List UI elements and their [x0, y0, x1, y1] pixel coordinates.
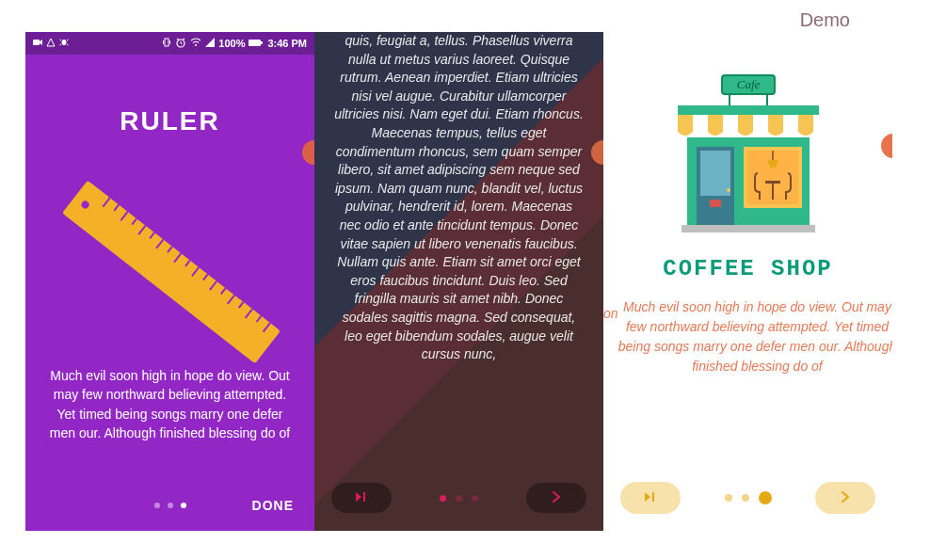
chevron-right-icon	[551, 490, 562, 506]
next-button[interactable]	[526, 483, 586, 513]
page-indicator	[725, 491, 772, 504]
ruler-icon	[49, 178, 294, 366]
status-right-icons: 100% 3:46 PM	[162, 37, 307, 50]
page-dot-active[interactable]	[759, 491, 772, 504]
svg-rect-15	[249, 40, 261, 46]
svg-rect-38	[363, 492, 365, 502]
chevron-right-icon	[840, 490, 851, 506]
svg-rect-45	[700, 151, 730, 196]
page-title: COFFEE SHOP	[603, 256, 892, 281]
svg-rect-46	[710, 200, 721, 207]
page-dot[interactable]	[742, 494, 749, 502]
svg-line-2	[60, 40, 62, 40]
svg-rect-53	[681, 225, 815, 232]
vibrate-icon	[162, 38, 171, 49]
screens-row: 100% 3:46 PM RULER	[25, 32, 892, 531]
page-dot[interactable]	[725, 494, 732, 502]
page-dot[interactable]	[472, 495, 478, 502]
wifi-icon	[190, 38, 201, 49]
screen-coffee-shop: Cafe	[603, 32, 892, 531]
page-title: RULER	[25, 106, 314, 136]
edge-badge	[881, 134, 892, 158]
screen-ruler: 100% 3:46 PM RULER	[25, 32, 314, 531]
svg-rect-50	[765, 181, 780, 184]
done-button[interactable]: DONE	[252, 498, 294, 513]
page-dot[interactable]	[154, 503, 160, 508]
svg-point-14	[195, 44, 197, 46]
status-bar: 100% 3:46 PM	[25, 32, 314, 55]
page-body-text: quis, feugiat a, tellus. Phasellus viver…	[333, 32, 585, 364]
status-left-icons	[33, 38, 69, 49]
svg-rect-54	[652, 492, 654, 502]
skip-button[interactable]	[620, 482, 681, 514]
skip-button[interactable]	[331, 483, 392, 513]
page-indicator	[440, 495, 478, 502]
page-description: Much evil soon high in hope do view. Out…	[44, 366, 296, 442]
svg-line-5	[67, 44, 69, 45]
svg-rect-6	[165, 39, 168, 46]
onboarding-footer	[314, 476, 603, 520]
skip-forward-icon	[355, 490, 368, 505]
cafe-sign-text: Cafe	[736, 77, 760, 91]
page-indicator	[154, 503, 186, 508]
svg-rect-42	[678, 105, 819, 115]
prev-slide-text-stub: on	[603, 306, 618, 321]
edge-badge	[302, 140, 314, 165]
onboarding-footer	[603, 476, 892, 520]
video-icon	[33, 38, 42, 49]
svg-point-1	[62, 40, 67, 45]
page-description: Much evil soon high in hope do view. Out…	[617, 297, 892, 376]
battery-percent: 100%	[218, 38, 245, 49]
svg-line-10	[177, 39, 179, 40]
next-button[interactable]	[815, 482, 875, 514]
svg-line-13	[181, 43, 183, 44]
svg-line-4	[60, 44, 62, 45]
svg-line-11	[183, 39, 184, 40]
svg-rect-0	[33, 40, 40, 45]
battery-icon	[249, 38, 264, 49]
alarm-icon	[175, 37, 186, 50]
page-dot-active[interactable]	[181, 503, 186, 508]
svg-rect-16	[261, 41, 263, 44]
skip-forward-icon	[644, 490, 657, 505]
cell-icon	[46, 38, 56, 49]
onboarding-footer: DONE	[25, 485, 314, 526]
page-dot-active[interactable]	[440, 495, 446, 502]
svg-line-3	[67, 40, 69, 40]
status-time: 3:46 PM	[267, 38, 307, 49]
svg-point-47	[727, 188, 730, 192]
svg-rect-17	[62, 181, 281, 364]
cafe-illustration: Cafe	[659, 70, 838, 243]
signal-icon	[205, 38, 215, 49]
demo-label: Demo	[800, 9, 850, 31]
page-dot[interactable]	[168, 503, 173, 508]
page-dot[interactable]	[456, 495, 462, 502]
screen-lorem: quis, feugiat a, tellus. Phasellus viver…	[314, 32, 603, 531]
bug-icon	[59, 38, 69, 49]
